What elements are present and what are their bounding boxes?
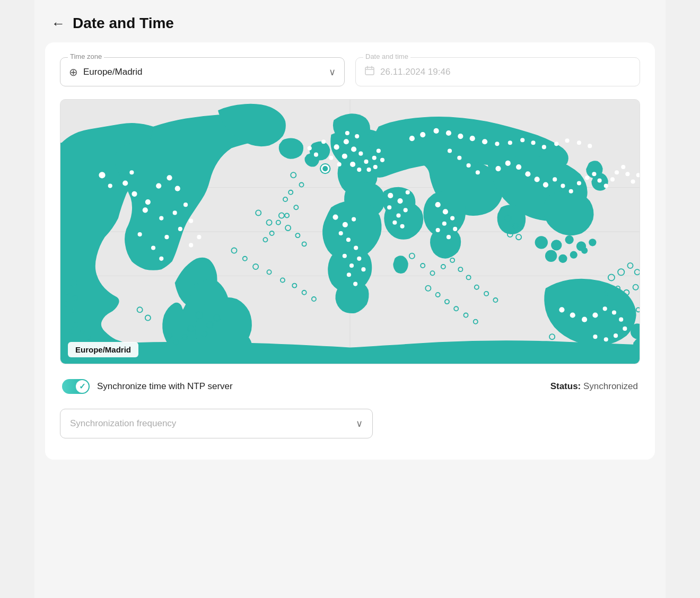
svg-point-26 (159, 216, 163, 221)
svg-point-106 (482, 139, 487, 144)
globe-icon: ⊕ (69, 66, 78, 78)
svg-point-97 (392, 221, 397, 225)
svg-point-99 (387, 205, 391, 209)
svg-point-120 (495, 166, 501, 171)
svg-point-94 (406, 190, 410, 195)
svg-point-110 (531, 140, 535, 145)
svg-point-67 (357, 168, 361, 172)
svg-point-130 (585, 175, 589, 180)
svg-point-83 (339, 231, 343, 235)
svg-point-111 (542, 145, 546, 149)
svg-point-129 (577, 181, 581, 185)
timezone-value: Europe/Madrid (83, 67, 323, 77)
svg-point-128 (569, 189, 573, 194)
svg-point-121 (505, 161, 511, 166)
svg-point-28 (183, 203, 188, 207)
svg-point-184 (593, 335, 597, 339)
svg-point-104 (458, 134, 463, 139)
back-button[interactable]: ← (51, 16, 65, 30)
svg-point-18 (99, 172, 105, 178)
svg-point-22 (156, 183, 161, 189)
svg-point-147 (436, 228, 440, 232)
svg-point-74 (321, 139, 326, 144)
svg-point-34 (129, 170, 134, 174)
svg-point-122 (516, 164, 521, 170)
svg-point-125 (543, 182, 548, 187)
ntp-row: ✓ Synchronize time with NTP server Statu… (60, 379, 640, 394)
svg-point-81 (343, 222, 348, 227)
page-title: Date and Time (73, 15, 174, 32)
svg-point-29 (189, 219, 193, 223)
svg-point-123 (525, 171, 530, 177)
datetime-field: Date and time 26.11.2024 19:46 (355, 57, 640, 86)
svg-point-69 (329, 156, 333, 160)
svg-point-116 (448, 148, 452, 153)
svg-point-88 (357, 257, 361, 261)
svg-point-36 (138, 232, 142, 236)
svg-point-72 (308, 146, 312, 150)
svg-point-17 (589, 239, 596, 246)
svg-point-108 (508, 140, 512, 145)
svg-point-79 (373, 165, 378, 169)
world-map[interactable]: Europe/Madrid (60, 99, 640, 364)
svg-point-136 (621, 165, 625, 169)
top-fields-row: Time zone ⊕ Europe/Madrid ∨ Date and tim… (60, 57, 640, 86)
svg-point-20 (132, 191, 137, 197)
svg-point-100 (409, 136, 415, 141)
svg-point-137 (625, 172, 629, 176)
svg-point-115 (588, 144, 592, 148)
svg-point-138 (631, 179, 635, 183)
svg-rect-0 (365, 67, 374, 75)
svg-point-226 (322, 166, 328, 171)
sync-frequency-label: Synchronization frequency (70, 418, 176, 429)
check-icon: ✓ (79, 382, 86, 391)
svg-point-148 (447, 235, 451, 239)
svg-point-76 (355, 134, 359, 138)
svg-point-89 (361, 267, 365, 271)
svg-point-30 (178, 227, 182, 231)
svg-point-112 (554, 142, 558, 146)
svg-point-181 (623, 327, 627, 331)
svg-point-175 (570, 312, 575, 318)
svg-point-64 (350, 162, 355, 167)
svg-point-77 (377, 148, 381, 153)
toggle-knob: ✓ (76, 380, 89, 393)
svg-point-11 (565, 235, 574, 244)
ntp-label: Synchronize time with NTP server (97, 381, 233, 392)
svg-point-27 (173, 210, 177, 215)
svg-point-178 (603, 306, 607, 311)
sync-frequency-dropdown[interactable]: Synchronization frequency ∨ (60, 409, 373, 438)
datetime-value: 26.11.2024 19:46 (380, 67, 450, 77)
svg-point-82 (352, 217, 356, 222)
ntp-toggle[interactable]: ✓ (62, 379, 90, 394)
svg-point-119 (476, 170, 480, 174)
svg-point-78 (380, 158, 384, 162)
sync-frequency-chevron-icon: ∨ (356, 418, 363, 429)
svg-point-109 (520, 138, 524, 142)
svg-point-92 (388, 193, 393, 198)
svg-point-35 (108, 184, 112, 188)
timezone-label: Time zone (68, 52, 104, 60)
svg-point-124 (535, 177, 540, 182)
svg-point-146 (442, 222, 447, 226)
svg-point-9 (535, 236, 548, 249)
svg-point-71 (367, 168, 371, 172)
svg-point-15 (570, 251, 578, 259)
ntp-status: Status: Synchronized (550, 381, 638, 392)
svg-point-105 (470, 136, 475, 141)
svg-point-13 (545, 250, 557, 262)
svg-point-135 (615, 170, 619, 174)
svg-point-91 (353, 282, 357, 286)
svg-point-107 (495, 142, 499, 146)
svg-point-131 (592, 172, 596, 176)
svg-point-90 (347, 272, 351, 277)
svg-point-80 (332, 214, 338, 219)
svg-point-73 (314, 153, 318, 157)
svg-point-143 (435, 202, 441, 207)
svg-point-85 (354, 245, 358, 250)
svg-point-95 (404, 208, 408, 212)
svg-point-179 (612, 310, 616, 314)
page-header: ← Date and Time (34, 0, 666, 42)
timezone-dropdown[interactable]: Time zone ⊕ Europe/Madrid ∨ (60, 57, 345, 86)
svg-point-113 (565, 138, 570, 143)
